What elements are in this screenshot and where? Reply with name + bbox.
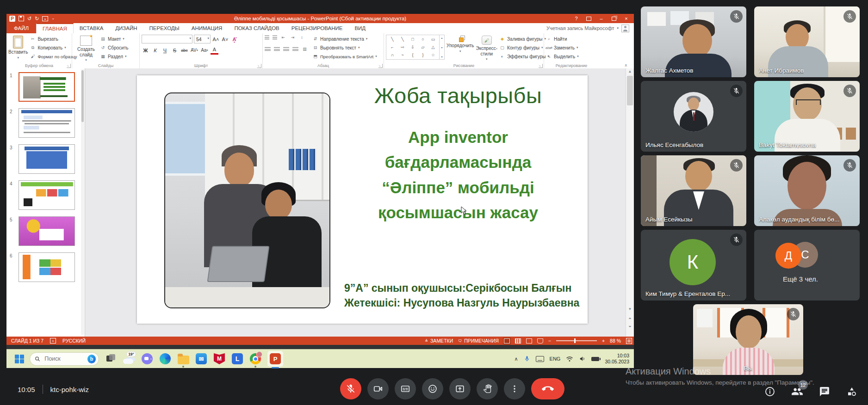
tab-animations[interactable]: АНИМАЦИЯ (186, 23, 229, 33)
line-spacing-button[interactable]: ↕ (299, 35, 305, 40)
grow-font-button[interactable]: A˄ (212, 36, 220, 43)
account-menu[interactable]: Учетная запись Майкрософт ▾ (546, 23, 629, 33)
tab-transitions[interactable]: ПЕРЕХОДЫ (143, 23, 186, 33)
align-text-button[interactable]: ⊟Выровнять текст▾ (312, 43, 377, 52)
microphone-tray-icon[interactable] (524, 355, 530, 362)
zoom-in-button[interactable]: + (602, 338, 605, 344)
search-input[interactable] (43, 355, 84, 362)
reset-button[interactable]: ↺Сбросить (100, 43, 128, 52)
restore-button[interactable] (608, 14, 620, 23)
customize-qat-icon[interactable]: ⌄ (51, 17, 55, 20)
spellcheck-icon[interactable]: × (50, 338, 56, 344)
chat-app-icon[interactable] (141, 353, 153, 365)
participant-tile[interactable]: Айым Есейкызы (641, 155, 746, 226)
collapse-ribbon-icon[interactable]: ∧ (624, 63, 627, 68)
minimize-button[interactable]: – (595, 14, 607, 23)
shape-outline-button[interactable]: ▢Контур фигуры▾ (499, 43, 549, 52)
tab-design[interactable]: ДИЗАЙН (109, 23, 143, 33)
self-view-tile[interactable]: Вы (693, 304, 803, 375)
tab-home[interactable]: ГЛАВНАЯ (36, 23, 74, 33)
tab-slideshow[interactable]: ПОКАЗ СЛАЙДОВ (228, 23, 285, 33)
layout-button[interactable]: ▤Макет▾ (100, 35, 128, 43)
slide-thumbnail-5[interactable] (19, 216, 75, 246)
task-view-button[interactable] (105, 353, 117, 365)
tab-view[interactable]: ВИД (348, 23, 372, 33)
volume-icon[interactable] (579, 356, 586, 362)
italic-button[interactable]: К (151, 47, 159, 54)
edge-app-icon[interactable] (159, 353, 171, 365)
camera-toggle-button[interactable] (367, 378, 389, 399)
normal-view-button[interactable] (504, 338, 510, 344)
slide-thumbnail-1[interactable] (19, 72, 75, 102)
file-explorer-icon[interactable] (177, 353, 189, 365)
undo-icon[interactable]: ↺ (27, 16, 31, 21)
participant-tile[interactable]: Жалгас Ахметов (641, 6, 746, 77)
taskbar-clock[interactable]: 10:0330.05.2023 (605, 353, 629, 365)
comments-toggle[interactable]: 🗨ПРИМЕЧАНИЯ (458, 338, 499, 344)
touch-keyboard-icon[interactable] (536, 356, 544, 362)
arrange-button[interactable]: Упорядочить▾ (446, 35, 474, 63)
mic-toggle-button[interactable] (340, 378, 361, 399)
slide-thumbnail-2[interactable] (19, 108, 75, 138)
slide-1[interactable]: Жоба тақырыбы App inventor бағдарламасын… (137, 75, 588, 324)
paste-button[interactable]: Вставить▾ (8, 35, 28, 63)
tab-review[interactable]: РЕЦЕНЗИРОВАНИЕ (285, 23, 349, 33)
wifi-icon[interactable] (566, 356, 573, 362)
battery-icon[interactable] (591, 357, 599, 361)
previous-slide-button[interactable]: ⏶ (626, 316, 634, 321)
align-right-button[interactable] (283, 47, 289, 51)
captions-button[interactable] (395, 378, 416, 399)
clear-formatting-button[interactable]: A͓̽ (230, 36, 238, 43)
participant-tile[interactable]: Ильяс Есенгабылов (641, 81, 746, 152)
mail-app-icon[interactable]: ✉ (195, 353, 207, 365)
shapes-gallery[interactable]: ╲╲□○▭ ⌐⇨⇩▱△ ∩~{}☆ (386, 35, 440, 60)
mcafee-app-icon[interactable]: M (213, 353, 225, 365)
cut-button[interactable]: ✂Вырезать (30, 35, 77, 43)
save-icon[interactable] (19, 16, 24, 21)
strikethrough-button[interactable]: S (171, 47, 179, 54)
section-button[interactable]: ▦Раздел▾ (100, 52, 128, 61)
fit-to-window-button[interactable] (626, 338, 632, 344)
shrink-font-button[interactable]: A˅ (221, 36, 229, 43)
participant-tile[interactable]: Алакөл аудандық білім бө... (754, 155, 860, 226)
meeting-details-button[interactable] (764, 386, 776, 398)
ribbon-options-button[interactable] (583, 14, 595, 23)
zoom-out-button[interactable]: − (548, 338, 551, 344)
l-app-icon[interactable]: L (231, 353, 243, 365)
language-indicator[interactable]: ENG (550, 356, 561, 362)
raise-hand-button[interactable] (477, 378, 498, 399)
slideshow-view-button[interactable] (537, 338, 543, 344)
shapes-gallery-scroll[interactable]: ▴▾▾ (440, 35, 445, 60)
font-color-button[interactable]: А (211, 46, 218, 55)
powerpoint-taskbar-icon[interactable]: P (267, 351, 283, 367)
canvas-scrollbar[interactable]: ▲ ▼ ⏶ ⏷ (626, 68, 634, 337)
participant-tile[interactable]: К Ким Тимур & Еренталов Ер... (641, 230, 746, 301)
underline-button[interactable]: Ч (161, 47, 169, 54)
change-case-button[interactable]: Aa▾ (200, 47, 209, 54)
more-options-button[interactable] (504, 378, 525, 399)
tab-insert[interactable]: ВСТАВКА (74, 23, 110, 33)
chrome-app-icon[interactable] (249, 353, 261, 365)
slide-thumbnail-6[interactable] (19, 252, 75, 282)
find-button[interactable]: ⌕Найти (546, 35, 579, 43)
tab-file[interactable]: ФАЙЛ (6, 23, 36, 33)
notes-toggle[interactable]: ≜ЗАМЕТКИ (425, 338, 453, 344)
overflow-tile[interactable]: С Д Ещё 3 чел. (754, 230, 860, 301)
shadow-button[interactable]: abc (180, 47, 188, 54)
character-spacing-button[interactable]: AV▾ (190, 47, 198, 54)
shape-fill-button[interactable]: ◆Заливка фигуры▾ (499, 35, 549, 43)
increase-indent-button[interactable]: ⇥ (290, 35, 296, 40)
thumbnail-scrollbar[interactable] (81, 69, 84, 335)
redo-icon[interactable]: ↻ (35, 16, 39, 21)
language-status[interactable]: РУССКИЙ (62, 338, 86, 344)
columns-button[interactable]: ▥ (302, 46, 308, 52)
justify-button[interactable] (292, 47, 298, 51)
numbering-button[interactable] (273, 36, 277, 40)
help-button[interactable]: ? (570, 14, 582, 23)
chat-button[interactable] (818, 386, 831, 398)
start-slideshow-icon[interactable]: ▸ (42, 16, 48, 21)
close-button[interactable]: × (620, 14, 632, 23)
bold-button[interactable]: Ж (142, 47, 149, 54)
font-size-combo[interactable]: 54 (194, 35, 211, 43)
taskbar-search[interactable]: b (30, 352, 99, 366)
